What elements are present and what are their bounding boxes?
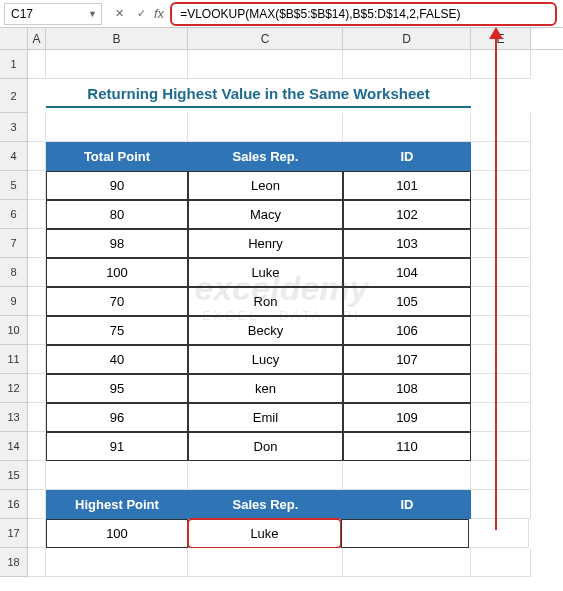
table-cell[interactable]: 108 xyxy=(343,374,471,403)
table-cell[interactable]: 70 xyxy=(46,287,188,316)
row-header[interactable]: 11 xyxy=(0,345,28,374)
spreadsheet-grid: A B C D E 1 2 Returning Highest Value in… xyxy=(0,28,563,577)
table-cell[interactable]: 106 xyxy=(343,316,471,345)
table-cell[interactable]: Luke xyxy=(188,258,343,287)
table-cell[interactable]: 103 xyxy=(343,229,471,258)
cancel-formula-icon[interactable]: ✕ xyxy=(110,5,128,23)
row-header[interactable]: 6 xyxy=(0,200,28,229)
table-cell[interactable]: 95 xyxy=(46,374,188,403)
table-header[interactable]: ID xyxy=(343,142,471,171)
row-header[interactable]: 18 xyxy=(0,548,28,577)
row-header[interactable]: 7 xyxy=(0,229,28,258)
accept-formula-icon[interactable]: ✓ xyxy=(132,5,150,23)
result-header[interactable]: Highest Point xyxy=(46,490,188,519)
row-header[interactable]: 17 xyxy=(0,519,28,548)
fx-icon[interactable]: fx xyxy=(154,6,164,21)
col-header-A[interactable]: A xyxy=(28,28,46,49)
table-cell[interactable]: Macy xyxy=(188,200,343,229)
col-header-B[interactable]: B xyxy=(46,28,188,49)
result-header[interactable]: Sales Rep. xyxy=(188,490,343,519)
table-cell[interactable]: 80 xyxy=(46,200,188,229)
row-header[interactable]: 9 xyxy=(0,287,28,316)
row-header[interactable]: 14 xyxy=(0,432,28,461)
col-header-C[interactable]: C xyxy=(188,28,343,49)
row-header[interactable]: 3 xyxy=(0,113,28,142)
result-cell[interactable] xyxy=(341,519,469,548)
row-header[interactable]: 4 xyxy=(0,142,28,171)
table-header[interactable]: Total Point xyxy=(46,142,188,171)
table-cell[interactable]: Leon xyxy=(188,171,343,200)
row-header[interactable]: 13 xyxy=(0,403,28,432)
formula-bar: C17 ▼ ✕ ✓ fx =VLOOKUP(MAX($B$5:$B$14),B$… xyxy=(0,0,563,28)
table-cell[interactable]: Henry xyxy=(188,229,343,258)
name-box-value: C17 xyxy=(11,7,33,21)
table-cell[interactable]: 101 xyxy=(343,171,471,200)
result-cell[interactable]: 100 xyxy=(46,519,188,548)
annotation-arrow-head-icon xyxy=(489,27,503,39)
table-cell[interactable]: 90 xyxy=(46,171,188,200)
table-cell[interactable]: 109 xyxy=(343,403,471,432)
chevron-down-icon[interactable]: ▼ xyxy=(88,9,97,19)
table-cell[interactable]: 104 xyxy=(343,258,471,287)
table-cell[interactable]: 98 xyxy=(46,229,188,258)
table-cell[interactable]: ken xyxy=(188,374,343,403)
table-cell[interactable]: 100 xyxy=(46,258,188,287)
table-cell[interactable]: 40 xyxy=(46,345,188,374)
table-cell[interactable]: Becky xyxy=(188,316,343,345)
row-header[interactable]: 16 xyxy=(0,490,28,519)
row-header[interactable]: 1 xyxy=(0,50,28,79)
table-cell[interactable]: Emil xyxy=(188,403,343,432)
row-header[interactable]: 2 xyxy=(0,79,28,113)
row-header[interactable]: 8 xyxy=(0,258,28,287)
table-cell[interactable]: Lucy xyxy=(188,345,343,374)
page-title: Returning Highest Value in the Same Work… xyxy=(46,85,471,108)
table-cell[interactable]: 110 xyxy=(343,432,471,461)
table-cell[interactable]: 102 xyxy=(343,200,471,229)
result-cell-highlighted[interactable]: Luke xyxy=(187,518,342,549)
table-cell[interactable]: 107 xyxy=(343,345,471,374)
row-header[interactable]: 10 xyxy=(0,316,28,345)
table-cell[interactable]: Don xyxy=(188,432,343,461)
result-header[interactable]: ID xyxy=(343,490,471,519)
table-cell[interactable]: 75 xyxy=(46,316,188,345)
row-header[interactable]: 12 xyxy=(0,374,28,403)
column-headers: A B C D E xyxy=(0,28,563,50)
table-cell[interactable]: 91 xyxy=(46,432,188,461)
table-cell[interactable]: 96 xyxy=(46,403,188,432)
name-box[interactable]: C17 ▼ xyxy=(4,3,102,25)
formula-input[interactable]: =VLOOKUP(MAX($B$5:$B$14),B$5:D$14,2,FALS… xyxy=(170,2,557,26)
table-header[interactable]: Sales Rep. xyxy=(188,142,343,171)
formula-text: =VLOOKUP(MAX($B$5:$B$14),B$5:D$14,2,FALS… xyxy=(180,7,460,21)
table-cell[interactable]: 105 xyxy=(343,287,471,316)
col-header-D[interactable]: D xyxy=(343,28,471,49)
select-all[interactable] xyxy=(0,28,28,49)
annotation-arrow-line xyxy=(495,30,498,530)
row-header[interactable]: 5 xyxy=(0,171,28,200)
table-cell[interactable]: Ron xyxy=(188,287,343,316)
row-header[interactable]: 15 xyxy=(0,461,28,490)
